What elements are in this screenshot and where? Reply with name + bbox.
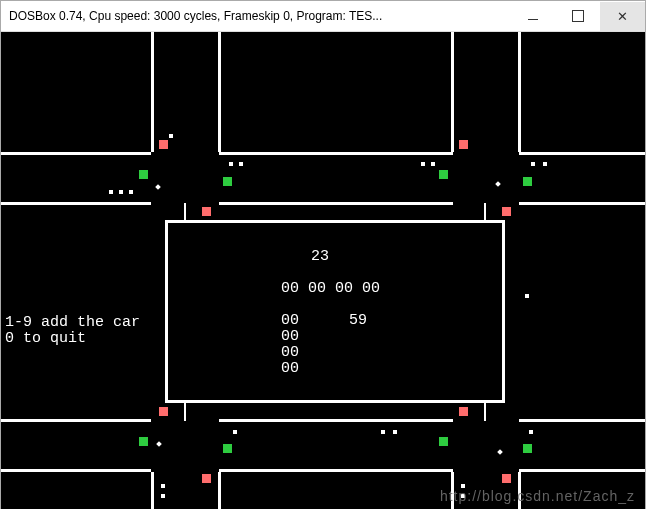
road-line [184,401,186,421]
counter-top: 23 [311,248,329,265]
car [161,494,165,498]
road-line [219,152,453,155]
maximize-button[interactable] [555,2,600,31]
traffic-light-red [202,207,211,216]
car [393,430,397,434]
traffic-light-green [139,437,148,446]
traffic-light-green [223,177,232,186]
car [119,190,123,194]
close-button[interactable] [600,2,645,31]
road-line [218,32,221,152]
car [233,430,237,434]
road-line [519,469,645,472]
help-text-line1: 1-9 add the car [5,314,140,331]
road-line [1,419,151,422]
road-line [1,152,151,155]
counter-col4: 00 [281,360,299,377]
traffic-light-red [159,140,168,149]
traffic-light-green [523,444,532,453]
road-line [1,469,151,472]
car [229,162,233,166]
road-line [151,32,154,152]
road-line [219,202,453,205]
car [497,449,503,455]
car [161,484,165,488]
road-line [519,419,645,422]
traffic-light-red [159,407,168,416]
window-title: DOSBox 0.74, Cpu speed: 3000 cycles, Fra… [1,9,510,23]
car [155,184,161,190]
traffic-light-green [439,170,448,179]
car [239,162,243,166]
car [495,181,501,187]
titlebar[interactable]: DOSBox 0.74, Cpu speed: 3000 cycles, Fra… [1,1,645,32]
road-line [518,32,521,152]
road-line [165,220,505,223]
car [543,162,547,166]
road-line [151,472,154,509]
counter-row: 00 00 00 00 [281,280,380,297]
traffic-light-green [223,444,232,453]
road-line [218,472,221,509]
car [381,430,385,434]
car [109,190,113,194]
road-line [502,220,505,403]
road-line [1,202,151,205]
road-line [519,202,645,205]
car [431,162,435,166]
road-line [451,32,454,152]
traffic-light-red [459,407,468,416]
traffic-light-red [502,207,511,216]
road-line [484,401,486,421]
traffic-light-red [459,140,468,149]
counter-col1: 00 [281,312,299,329]
traffic-light-red [202,474,211,483]
car [169,134,173,138]
counter-col2: 00 [281,328,299,345]
traffic-light-green [439,437,448,446]
traffic-light-green [139,170,148,179]
road-line [165,400,505,403]
minimize-button[interactable] [510,2,555,31]
road-line [484,203,486,222]
car [525,294,529,298]
dosbox-window: DOSBox 0.74, Cpu speed: 3000 cycles, Fra… [0,0,646,509]
traffic-light-red [502,474,511,483]
road-line [219,419,453,422]
counter-col3: 00 [281,344,299,361]
car [129,190,133,194]
car [529,430,533,434]
road-line [519,152,645,155]
traffic-light-green [523,177,532,186]
watermark: http://blog.csdn.net/Zach_z [440,488,635,504]
car [421,162,425,166]
counter-right: 59 [349,312,367,329]
road-line [165,220,168,403]
road-line [219,469,453,472]
help-text-line2: 0 to quit [5,330,86,347]
emulator-canvas: 1-9 add the car 0 to quit 23 00 00 00 00… [1,32,645,509]
car [156,441,162,447]
road-line [184,203,186,222]
car [531,162,535,166]
